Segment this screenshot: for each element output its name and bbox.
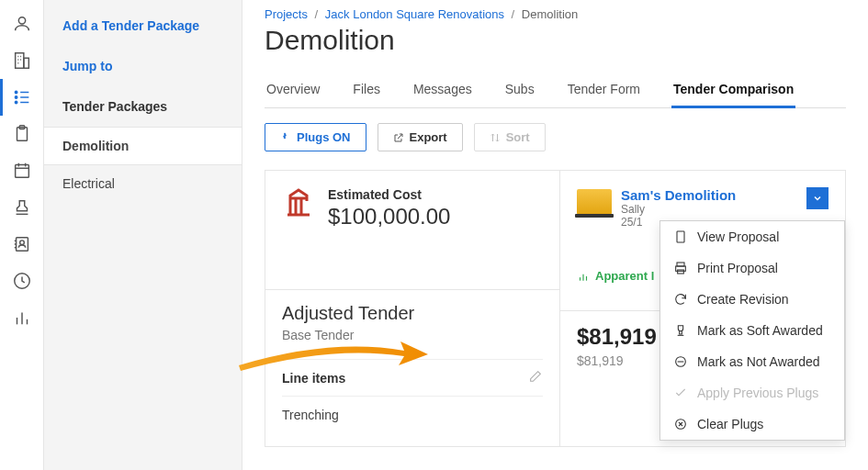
plugs-label: Plugs ON	[297, 130, 351, 144]
breadcrumb: Projects / Jack London Square Renovation…	[265, 7, 846, 21]
menu-mark-not-awarded[interactable]: Mark as Not Awarded	[660, 346, 844, 377]
base-tender-label: Base Tender	[282, 328, 543, 342]
tabs: Overview Files Messages Subs Tender Form…	[265, 73, 846, 108]
icon-rail	[0, 0, 44, 470]
rail-stamp-icon[interactable]	[0, 189, 44, 226]
sidebar-section-label: Tender Packages	[44, 86, 242, 127]
menu-mark-soft-awarded[interactable]: Mark as Soft Awarded	[660, 315, 844, 346]
tab-tender-form[interactable]: Tender Form	[566, 73, 642, 108]
breadcrumb-part[interactable]: Jack London Square Renovations	[325, 7, 504, 21]
menu-print-proposal[interactable]: Print Proposal	[660, 252, 844, 284]
svg-point-17	[19, 241, 24, 245]
bidder-menu-toggle[interactable]	[806, 187, 829, 209]
sidebar-item-demolition[interactable]: Demolition	[44, 127, 242, 165]
sort-button[interactable]: Sort	[474, 123, 546, 151]
rail-contacts-icon[interactable]	[0, 226, 44, 263]
crane-icon	[282, 187, 315, 220]
rail-clipboard-icon[interactable]	[0, 116, 44, 152]
tab-messages[interactable]: Messages	[411, 73, 474, 108]
estimate-amount: $100,000.00	[328, 204, 450, 229]
adjusted-tender-label: Adjusted Tender	[282, 303, 543, 324]
sort-label: Sort	[506, 130, 530, 144]
svg-rect-1	[15, 53, 23, 69]
rail-calendar-icon[interactable]	[0, 152, 44, 189]
menu-clear-plugs[interactable]: Clear Plugs	[660, 408, 844, 440]
tab-tender-comparison[interactable]: Tender Comparison	[671, 73, 795, 108]
bulldozer-icon	[577, 189, 612, 215]
bidder-dropdown-menu: View Proposal Print Proposal Create Revi…	[659, 220, 845, 441]
sidebar: Add a Tender Package Jump to Tender Pack…	[44, 0, 242, 470]
rail-clock-icon[interactable]	[0, 263, 44, 299]
bidder-contact: Sally	[621, 203, 736, 216]
tab-files[interactable]: Files	[351, 73, 382, 108]
line-item: Trenching	[282, 397, 543, 433]
export-label: Export	[410, 130, 447, 144]
breadcrumb-part[interactable]: Projects	[265, 7, 308, 21]
svg-point-4	[15, 96, 17, 98]
tab-overview[interactable]: Overview	[265, 73, 321, 108]
menu-create-revision[interactable]: Create Revision	[660, 284, 844, 315]
svg-rect-11	[15, 165, 28, 178]
sidebar-item-electrical[interactable]: Electrical	[44, 165, 242, 202]
bidder-name[interactable]: Sam's Demolition	[621, 187, 736, 203]
svg-rect-28	[677, 231, 684, 242]
tab-subs[interactable]: Subs	[503, 73, 536, 108]
toolbar: Plugs ON Export Sort	[265, 123, 846, 151]
export-button[interactable]: Export	[378, 123, 463, 151]
svg-rect-2	[23, 58, 28, 68]
plugs-toggle-button[interactable]: Plugs ON	[265, 123, 366, 151]
svg-point-5	[15, 101, 17, 103]
add-tender-link[interactable]: Add a Tender Package	[44, 6, 242, 46]
line-items-label: Line items	[282, 371, 345, 386]
breadcrumb-part: Demolition	[522, 7, 578, 21]
rail-list-icon[interactable]	[0, 79, 44, 116]
rail-building-icon[interactable]	[0, 42, 44, 79]
rail-user-icon[interactable]	[0, 6, 44, 42]
estimate-label: Estimated Cost	[328, 187, 450, 202]
rail-chart-icon[interactable]	[0, 299, 44, 336]
jump-to-link[interactable]: Jump to	[44, 46, 242, 86]
svg-point-0	[18, 17, 25, 24]
menu-view-proposal[interactable]: View Proposal	[660, 221, 844, 252]
main: Projects / Jack London Square Renovation…	[242, 0, 868, 470]
svg-rect-29	[677, 263, 684, 266]
bidder-column: Sam's Demolition Sally 25/1 Apparent l	[560, 171, 845, 446]
svg-point-3	[15, 91, 17, 93]
menu-apply-plugs: Apply Previous Plugs	[660, 377, 844, 408]
svg-rect-31	[678, 270, 684, 274]
estimate-column: Estimated Cost $100,000.00 Adjusted Tend…	[265, 171, 560, 446]
edit-line-items-icon[interactable]	[528, 369, 543, 386]
comparison-grid: Estimated Cost $100,000.00 Adjusted Tend…	[265, 170, 846, 447]
page-title: Demolition	[265, 25, 846, 56]
